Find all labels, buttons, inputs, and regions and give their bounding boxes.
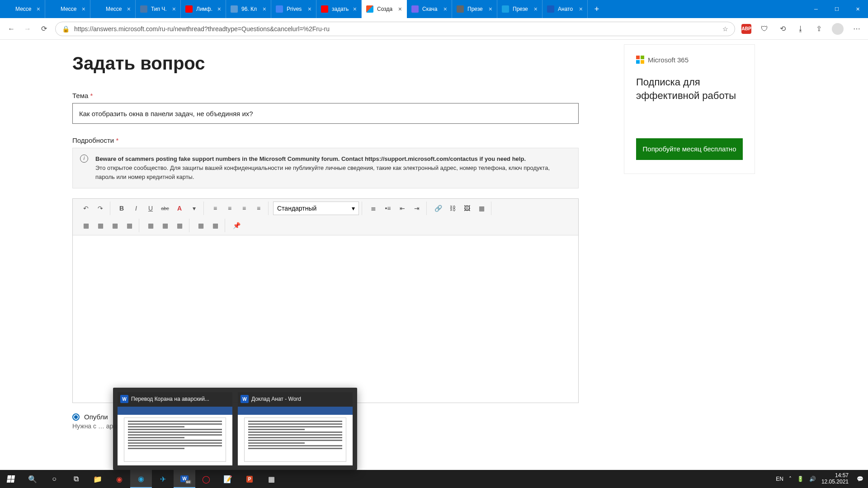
bold-button[interactable]: B — [115, 202, 128, 215]
pin-toolbar-button[interactable]: 📌 — [230, 219, 243, 232]
undo-button[interactable]: ↶ — [79, 202, 93, 215]
close-icon[interactable]: × — [308, 6, 311, 12]
align-center-button[interactable]: ≡ — [223, 202, 236, 215]
powerpoint-button[interactable]: P — [239, 470, 260, 488]
tab-title: Анато — [558, 6, 576, 12]
app-button[interactable]: ▦ — [260, 470, 282, 488]
start-button[interactable] — [0, 470, 22, 488]
tab-2[interactable]: Мессе× — [90, 0, 136, 18]
close-icon[interactable]: × — [37, 6, 40, 12]
indent-button[interactable]: ⇥ — [410, 202, 424, 215]
delete-col-button[interactable]: ▦ — [123, 219, 136, 232]
font-color-dropdown[interactable]: ▾ — [187, 202, 201, 215]
favorite-icon[interactable]: ☆ — [722, 25, 728, 33]
language-indicator[interactable]: EN — [776, 476, 783, 482]
image-button[interactable]: 🖼 — [460, 202, 474, 215]
align-right-button[interactable]: ≡ — [237, 202, 251, 215]
unlink-button[interactable]: ⛓ — [446, 202, 459, 215]
adblock-icon[interactable]: ABP — [741, 24, 751, 34]
delete-table-button[interactable]: ▦ — [173, 219, 186, 232]
tab-0[interactable]: Мессе× — [0, 0, 45, 18]
close-icon[interactable]: × — [353, 6, 357, 12]
promo-headline: Подписка для эффективной работы — [636, 75, 743, 102]
tab-10[interactable]: Презе× — [452, 0, 497, 18]
forward-button[interactable]: → — [23, 24, 33, 34]
action-center-icon[interactable]: 💬 — [857, 476, 863, 482]
paragraph-style-select[interactable]: Стандартный▾ — [273, 202, 359, 215]
tab-6[interactable]: Prives× — [271, 0, 316, 18]
word-button[interactable]: W60 — [174, 470, 195, 488]
outdent-button[interactable]: ⇤ — [396, 202, 409, 215]
subject-input[interactable] — [72, 103, 579, 124]
opera-button[interactable]: ◯ — [195, 470, 217, 488]
align-justify-button[interactable]: ≡ — [252, 202, 265, 215]
cell-props-button[interactable]: ▦ — [208, 219, 222, 232]
tab-4[interactable]: Лимф.× — [181, 0, 226, 18]
tab-5[interactable]: 96. Кл× — [226, 0, 271, 18]
merge-cells-button[interactable]: ▦ — [144, 219, 157, 232]
chrome-button[interactable]: ◉ — [108, 470, 130, 488]
delete-row-button[interactable]: ▦ — [108, 219, 122, 232]
tab-9[interactable]: Скача× — [407, 0, 452, 18]
tab-3[interactable]: Тип Ч.× — [136, 0, 181, 18]
link-button[interactable]: 🔗 — [431, 202, 445, 215]
edge-button[interactable]: ◉ — [130, 470, 152, 488]
new-tab-button[interactable]: + — [588, 0, 606, 18]
task-view-button[interactable]: ⧉ — [65, 470, 87, 488]
window-preview-0[interactable]: WПеревод Корана на аварский... — [118, 392, 232, 465]
editor-body[interactable] — [73, 235, 578, 403]
tab-1[interactable]: Мессе× — [45, 0, 90, 18]
cortana-button[interactable]: ○ — [43, 470, 65, 488]
close-icon[interactable]: × — [82, 6, 85, 12]
downloads-icon[interactable]: ⭳ — [796, 24, 806, 34]
close-icon[interactable]: × — [534, 6, 538, 12]
window-minimize-button[interactable]: ─ — [806, 0, 826, 18]
close-icon[interactable]: × — [443, 6, 447, 12]
window-maximize-button[interactable]: ☐ — [826, 0, 847, 18]
window-close-button[interactable]: ✕ — [847, 0, 868, 18]
redo-button[interactable]: ↷ — [94, 202, 107, 215]
ordered-list-button[interactable]: ≣ — [367, 202, 380, 215]
promo-cta-button[interactable]: Попробуйте месяц бесплатно — [636, 138, 743, 160]
tab-7[interactable]: задать× — [316, 0, 362, 18]
address-bar[interactable]: 🔒 https://answers.microsoft.com/ru-ru/ne… — [55, 22, 735, 36]
close-icon[interactable]: × — [579, 6, 583, 12]
history-icon[interactable]: ⟲ — [778, 24, 788, 34]
telegram-button[interactable]: ✈ — [152, 470, 174, 488]
window-preview-1[interactable]: WДоклад Анат - Word — [238, 392, 353, 465]
tab-11[interactable]: Презе× — [497, 0, 542, 18]
font-color-button[interactable]: A — [173, 202, 186, 215]
tab-8-active[interactable]: Созда× — [362, 0, 407, 18]
clock[interactable]: 14:57 12.05.2021 — [821, 473, 851, 485]
close-icon[interactable]: × — [398, 6, 402, 12]
tab-12[interactable]: Анато× — [542, 0, 588, 18]
close-icon[interactable]: × — [217, 6, 221, 12]
insert-col-button[interactable]: ▦ — [94, 219, 107, 232]
underline-button[interactable]: U — [144, 202, 157, 215]
close-icon[interactable]: × — [127, 6, 131, 12]
menu-icon[interactable]: ⋯ — [852, 24, 862, 34]
profile-avatar[interactable] — [832, 23, 844, 35]
strike-button[interactable]: abc — [158, 202, 172, 215]
close-icon[interactable]: × — [263, 6, 266, 12]
table-props-button[interactable]: ▦ — [194, 219, 208, 232]
search-button[interactable]: 🔍 — [22, 470, 43, 488]
insert-row-button[interactable]: ▦ — [79, 219, 93, 232]
italic-button[interactable]: I — [129, 202, 143, 215]
align-left-button[interactable]: ≡ — [208, 202, 222, 215]
publish-radio[interactable] — [72, 413, 80, 421]
split-cells-button[interactable]: ▦ — [158, 219, 172, 232]
table-button[interactable]: ▦ — [475, 202, 488, 215]
file-explorer-button[interactable]: 📁 — [87, 470, 108, 488]
unordered-list-button[interactable]: •≡ — [381, 202, 395, 215]
share-icon[interactable]: ⇪ — [814, 24, 824, 34]
volume-icon[interactable]: 🔊 — [809, 476, 816, 482]
tray-chevron-icon[interactable]: ˄ — [789, 476, 792, 482]
reload-button[interactable]: ⟳ — [39, 24, 49, 34]
shield-icon[interactable]: 🛡 — [760, 24, 769, 34]
close-icon[interactable]: × — [489, 6, 492, 12]
close-icon[interactable]: × — [172, 6, 176, 12]
battery-icon[interactable]: 🔋 — [797, 476, 804, 482]
back-button[interactable]: ← — [6, 24, 16, 34]
notepadpp-button[interactable]: 📝 — [217, 470, 239, 488]
